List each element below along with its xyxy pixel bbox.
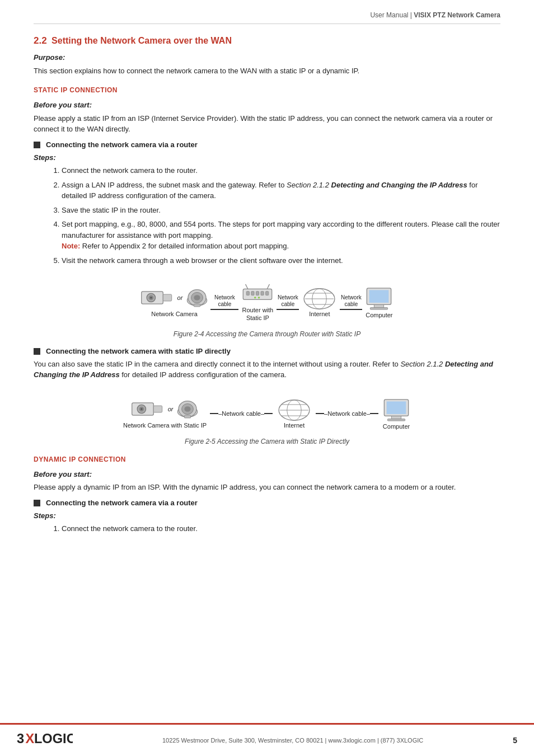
computer-icon-1 xyxy=(364,286,394,312)
internet-label-1: Internet xyxy=(309,311,330,317)
or-text-2: or xyxy=(168,406,174,412)
header-product: VISIX PTZ Network Camera xyxy=(414,11,500,19)
diagram-1: or Network Camera Network cable xyxy=(34,277,500,328)
dome-camera-icon xyxy=(186,287,208,308)
svg-rect-11 xyxy=(247,292,250,295)
svg-rect-45 xyxy=(387,401,406,414)
header-text: User Manual xyxy=(370,11,408,19)
svg-rect-46 xyxy=(391,416,401,419)
steps-router-list: Connect the network camera to the router… xyxy=(62,165,500,266)
step-3: Save the static IP in the router. xyxy=(62,205,500,216)
svg-line-18 xyxy=(246,284,248,289)
bullet-router-text: Connecting the network camera via a rout… xyxy=(46,140,198,149)
cable-text-1: –Network cable– xyxy=(218,410,264,417)
svg-rect-26 xyxy=(369,290,389,303)
page-header: User Manual | VISIX PTZ Network Camera xyxy=(34,11,500,24)
svg-rect-13 xyxy=(256,292,259,295)
computer-icon-2 xyxy=(382,397,411,423)
bullet-dynamic-router-text: Connecting the network camera via a rout… xyxy=(46,499,198,507)
dynamic-ip-heading: DYNAMIC IP CONNECTION xyxy=(34,456,500,463)
bullet-static-direct-text: Connecting the network camera with stati… xyxy=(46,347,231,355)
svg-rect-9 xyxy=(194,304,200,307)
svg-rect-30 xyxy=(153,406,162,412)
section-number: 2.2 xyxy=(34,35,47,46)
computer-label-1: Computer xyxy=(366,312,392,318)
static-ip-heading: STATIC IP CONNECTION xyxy=(34,86,500,94)
before-start-label-2: Before you start: xyxy=(34,469,500,480)
dynamic-step-1: Connect the network camera to the router… xyxy=(62,523,500,534)
svg-point-16 xyxy=(254,297,256,298)
internet-icon-2 xyxy=(276,398,312,422)
purpose-label: Purpose: xyxy=(34,52,500,63)
router-icon xyxy=(241,283,274,305)
svg-text:3: 3 xyxy=(17,731,24,746)
cable-text-2: –Network cable– xyxy=(324,410,370,417)
svg-rect-15 xyxy=(266,292,269,295)
bullet-square-2 xyxy=(34,348,40,355)
svg-rect-47 xyxy=(387,419,405,420)
or-text-1: or xyxy=(177,294,183,301)
purpose-text: This section explains how to connect the… xyxy=(34,65,500,77)
svg-point-37 xyxy=(185,406,191,412)
steps-label: Steps: xyxy=(34,152,500,163)
svg-text:LOGIC: LOGIC xyxy=(34,731,73,746)
svg-point-17 xyxy=(258,297,260,298)
steps-label-2: Steps: xyxy=(34,510,500,522)
cam-label-1: Network Camera xyxy=(151,311,198,317)
fig2-caption: Figure 2-5 Accessing the Camera with Sta… xyxy=(34,438,500,445)
bullet-dynamic-router: Connecting the network camera via a rout… xyxy=(34,499,500,507)
footer-page: 5 xyxy=(513,736,517,745)
before-start-text: Please apply a static IP from an ISP (In… xyxy=(34,113,500,135)
router-group: Router with Static IP xyxy=(241,283,274,322)
step-1: Connect the network camera to the router… xyxy=(62,165,500,176)
svg-rect-12 xyxy=(251,292,254,295)
header-separator: | xyxy=(408,11,414,19)
svg-point-4 xyxy=(150,297,152,299)
step-5: Visit the network camera through a web b… xyxy=(62,255,500,266)
steps-dynamic-list: Connect the network camera to the router… xyxy=(62,523,500,534)
box-camera-icon xyxy=(140,287,174,308)
diag-camera-group: or Network Camera xyxy=(140,287,209,317)
bullet-square-3 xyxy=(34,500,40,506)
footer-address: 10225 Westmoor Drive, Suite 300, Westmin… xyxy=(162,737,423,744)
svg-point-8 xyxy=(194,295,200,300)
cable-1: Network cable xyxy=(210,294,238,310)
bullet-static-direct: Connecting the network camera with stati… xyxy=(34,347,500,355)
internet-group: Internet xyxy=(301,287,338,317)
svg-rect-28 xyxy=(371,308,388,309)
svg-text:X: X xyxy=(25,731,34,746)
bullet-router: Connecting the network camera via a rout… xyxy=(34,140,500,149)
footer-logo: 3 X LOGIC xyxy=(17,730,73,750)
note-label: Note: xyxy=(62,242,80,250)
fig1-caption: Figure 2-4 Accessing the Camera through … xyxy=(34,330,500,338)
section-title-text: Setting the Network Camera over the WAN xyxy=(51,36,232,45)
dome-camera-icon-2 xyxy=(176,398,199,420)
camera-pair: or xyxy=(140,287,209,308)
before-start-text-2: Please apply a dynamic IP from an ISP. W… xyxy=(34,482,500,493)
diag-camera-group-2: or Network Camera with Static IP xyxy=(123,398,207,429)
cable-3: Network cable xyxy=(340,294,362,310)
computer-label-2: Computer xyxy=(383,423,410,430)
box-camera-icon-2 xyxy=(131,398,165,420)
router-label-2: Static IP xyxy=(242,314,274,322)
router-label-1: Router with xyxy=(242,306,274,314)
internet-group-2: Internet xyxy=(276,398,312,429)
svg-point-33 xyxy=(140,408,142,410)
page-footer: 3 X LOGIC 10225 Westmoor Drive, Suite 30… xyxy=(0,723,534,756)
diagram-2: or Network Camera with Static IP –Networ… xyxy=(34,392,500,435)
step-2: Assign a LAN IP address, the subnet mask… xyxy=(62,180,500,201)
svg-line-19 xyxy=(268,284,270,289)
svg-rect-38 xyxy=(185,415,191,418)
bullet-square-1 xyxy=(34,142,40,148)
cam-label-2: Network Camera with Static IP xyxy=(123,422,207,429)
internet-icon xyxy=(301,287,338,311)
svg-rect-14 xyxy=(261,292,264,295)
before-start-label: Before you start: xyxy=(34,100,500,111)
static-direct-text: You can also save the static IP in the c… xyxy=(34,359,500,381)
section-title: 2.2 Setting the Network Camera over the … xyxy=(34,35,500,46)
svg-rect-1 xyxy=(163,294,171,301)
computer-group-1: Computer xyxy=(364,286,394,318)
computer-group-2: Computer xyxy=(382,397,411,430)
cable-label-1: –Network cable– xyxy=(210,410,273,417)
cable-2: Network cable xyxy=(277,294,299,310)
